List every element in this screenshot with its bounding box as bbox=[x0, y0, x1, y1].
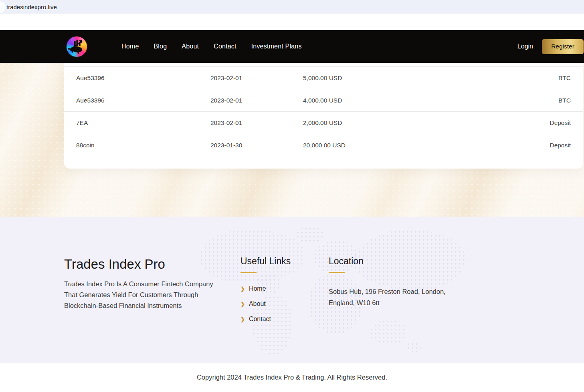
chevron-right-icon: ❯ bbox=[240, 301, 245, 307]
transaction-name: 88coin bbox=[64, 134, 210, 157]
map-greenland bbox=[296, 227, 325, 243]
chevron-right-icon: ❯ bbox=[240, 316, 245, 322]
footer: Trades Index Pro Trades Index Pro Is A C… bbox=[0, 217, 584, 363]
transaction-amount: 4,000.00 USD bbox=[303, 89, 463, 112]
transaction-date: 2023-02-01 bbox=[210, 89, 303, 112]
footer-location: Location Sobus Hub, 196 Freston Road, Lo… bbox=[329, 256, 449, 308]
heading-underline bbox=[329, 272, 345, 273]
footer-link-item[interactable]: ❯ About bbox=[240, 300, 313, 308]
nav-link-contact[interactable]: Contact bbox=[214, 43, 236, 50]
location-heading: Location bbox=[329, 256, 449, 267]
login-link[interactable]: Login bbox=[517, 43, 533, 50]
transaction-amount: 2,000.00 USD bbox=[303, 112, 463, 134]
transaction-name: Aue53396 bbox=[64, 67, 210, 89]
location-address: Sobus Hub, 196 Freston Road, London, Eng… bbox=[329, 286, 446, 308]
transaction-row: 88coin 2023-01-30 20,000.00 USD Deposit bbox=[64, 134, 583, 157]
transactions-card: Aue53396 2023-02-01 5,000.00 USD BTC Aue… bbox=[64, 63, 583, 169]
header-gap bbox=[0, 14, 584, 30]
footer-link-item[interactable]: ❯ Contact bbox=[240, 316, 313, 323]
footer-brand-title: Trades Index Pro bbox=[64, 257, 232, 272]
footer-useful-links: Useful Links ❯ Home ❯ About ❯ Contact bbox=[240, 256, 313, 331]
copyright-bar: Copyright 2024 Trades Index Pro & Tradin… bbox=[0, 363, 584, 392]
browser-tab-bar: tradesindexpro.live bbox=[0, 0, 584, 14]
navbar: Home Blog About Contact Investment Plans… bbox=[0, 30, 584, 63]
transaction-date: 2023-02-01 bbox=[210, 112, 303, 134]
footer-link-label: About bbox=[249, 300, 266, 308]
footer-link-label: Home bbox=[249, 285, 266, 292]
transaction-type: BTC bbox=[463, 67, 583, 89]
transaction-name: 7EA bbox=[64, 112, 210, 134]
transaction-type: Deposit bbox=[463, 112, 583, 134]
transaction-date: 2023-02-01 bbox=[210, 67, 303, 89]
footer-brand-description: Trades Index Pro Is A Consumer Fintech C… bbox=[64, 279, 225, 311]
map-australia bbox=[370, 320, 406, 344]
nav-links: Home Blog About Contact Investment Plans bbox=[121, 43, 302, 50]
nav-link-about[interactable]: About bbox=[182, 43, 199, 50]
transaction-amount: 5,000.00 USD bbox=[303, 67, 463, 89]
copyright-text: Copyright 2024 Trades Index Pro & Tradin… bbox=[197, 374, 387, 381]
transactions-table-body: Aue53396 2023-02-01 5,000.00 USD BTC Aue… bbox=[64, 67, 583, 157]
transaction-row: Aue53396 2023-02-01 5,000.00 USD BTC bbox=[64, 67, 583, 89]
useful-links-list: ❯ Home ❯ About ❯ Contact bbox=[240, 285, 313, 323]
bull-chart-icon bbox=[67, 36, 87, 57]
transaction-row: Aue53396 2023-02-01 4,000.00 USD BTC bbox=[64, 89, 583, 112]
nav-link-investment-plans[interactable]: Investment Plans bbox=[251, 43, 302, 50]
transactions-table: Aue53396 2023-02-01 5,000.00 USD BTC Aue… bbox=[64, 66, 583, 157]
transaction-name: Aue53396 bbox=[64, 89, 210, 112]
footer-brand: Trades Index Pro Trades Index Pro Is A C… bbox=[64, 257, 232, 311]
nav-link-blog[interactable]: Blog bbox=[154, 43, 167, 50]
tab-favicon-circle bbox=[0, 1, 6, 13]
chevron-right-icon: ❯ bbox=[240, 286, 245, 292]
footer-link-item[interactable]: ❯ Home bbox=[240, 285, 313, 292]
nav-right: Login Register bbox=[517, 39, 584, 54]
transaction-type: Deposit bbox=[463, 134, 583, 157]
useful-links-heading: Useful Links bbox=[240, 256, 313, 267]
transaction-row: 7EA 2023-02-01 2,000.00 USD Deposit bbox=[64, 112, 583, 134]
heading-underline bbox=[240, 272, 257, 273]
transaction-type: BTC bbox=[463, 89, 583, 112]
brand-logo[interactable] bbox=[66, 36, 88, 58]
transaction-date: 2023-01-30 bbox=[210, 134, 303, 157]
transaction-amount: 20,000.00 USD bbox=[303, 134, 463, 157]
map-new-zealand bbox=[406, 342, 421, 352]
tab-title: tradesindexpro.live bbox=[6, 4, 57, 10]
nav-link-home[interactable]: Home bbox=[121, 43, 139, 50]
register-button[interactable]: Register bbox=[542, 39, 584, 54]
footer-link-label: Contact bbox=[249, 316, 271, 323]
